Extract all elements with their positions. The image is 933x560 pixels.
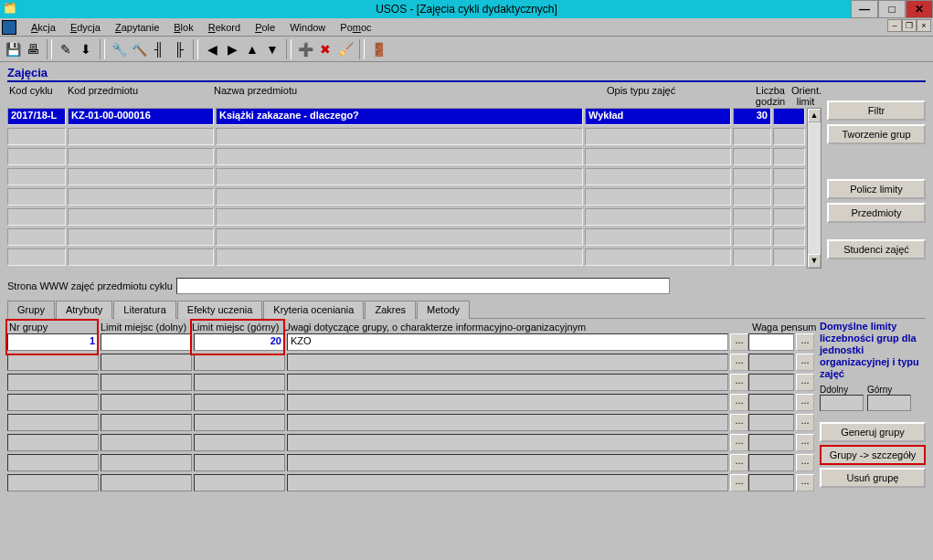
mdi-minimize-button[interactable]: –: [887, 19, 902, 32]
ellipsis-button[interactable]: ...: [730, 414, 748, 431]
ellipsis-button[interactable]: ...: [730, 333, 748, 351]
label-gorny: Górny: [867, 385, 911, 395]
tab-kryteria[interactable]: Kryteria oceniania: [263, 301, 364, 319]
tab-grupy[interactable]: Grupy: [7, 301, 55, 319]
ellipsis-button[interactable]: ...: [796, 354, 814, 371]
table-row[interactable]: [7, 168, 807, 185]
header-kod-cyklu: Kod cyklu: [7, 84, 66, 108]
nav-first-icon[interactable]: ◀: [203, 39, 221, 59]
tab-literatura[interactable]: Literatura: [113, 301, 175, 319]
chart-icon-2[interactable]: ╟: [170, 39, 188, 59]
table-row[interactable]: ......: [7, 454, 814, 471]
grupy-szczegoly-button[interactable]: Grupy -> szczegóły: [820, 445, 926, 465]
ellipsis-button[interactable]: ...: [796, 454, 814, 471]
menu-pomoc[interactable]: Pomoc: [333, 20, 378, 35]
ellipsis-button[interactable]: ...: [730, 434, 748, 451]
tool-icon-2[interactable]: 🔨: [130, 39, 148, 59]
cell-uwagi[interactable]: KZO: [287, 333, 728, 351]
ellipsis-button[interactable]: ...: [730, 454, 748, 471]
generuj-grupy-button[interactable]: Generuj grupy: [820, 422, 926, 442]
delete-icon[interactable]: ✖: [316, 39, 334, 59]
nav-down-icon[interactable]: ▼: [263, 39, 281, 59]
mdi-icon: [2, 20, 16, 35]
ellipsis-button[interactable]: ...: [796, 434, 814, 451]
table-row[interactable]: [7, 248, 807, 266]
save-icon[interactable]: 💾: [4, 39, 22, 59]
table-row[interactable]: ......: [7, 474, 814, 491]
scroll-up-icon[interactable]: ▲: [808, 109, 821, 122]
gorny-value: [867, 395, 911, 411]
menu-zapytanie[interactable]: Zapytanie: [108, 20, 166, 35]
tab-metody[interactable]: Metody: [417, 301, 470, 319]
table-row[interactable]: ......: [7, 394, 814, 411]
studenci-zajec-button[interactable]: Studenci zajęć: [827, 239, 926, 259]
edit-icon[interactable]: ✎: [57, 39, 75, 59]
cell-nazwa[interactable]: Książki zakazane - dlaczego?: [216, 108, 583, 125]
ellipsis-button[interactable]: ...: [796, 414, 814, 431]
exit-icon[interactable]: 🚪: [369, 39, 387, 59]
scroll-down-icon[interactable]: ▼: [808, 254, 821, 268]
ellipsis-button[interactable]: ...: [730, 374, 748, 391]
nav-up-icon[interactable]: ▲: [243, 39, 261, 59]
menu-akcja[interactable]: Akcja: [24, 20, 63, 35]
table-row[interactable]: ......: [7, 434, 814, 451]
cell-opis[interactable]: Wykład: [585, 108, 731, 125]
table-row[interactable]: [7, 208, 807, 226]
przedmioty-button[interactable]: Przedmioty: [827, 203, 926, 223]
ellipsis-button[interactable]: ...: [730, 474, 748, 491]
ellipsis-button[interactable]: ...: [796, 394, 814, 411]
cell-limit-gorny[interactable]: 20: [194, 333, 285, 351]
ellipsis-button[interactable]: ...: [796, 374, 814, 391]
cell-limit-dolny[interactable]: [101, 333, 192, 351]
cell-nr-grupy[interactable]: 1: [7, 333, 99, 351]
tab-zakres[interactable]: Zakres: [365, 301, 416, 319]
table-row[interactable]: ......: [7, 414, 814, 431]
down-arrow-icon[interactable]: ⬇: [77, 39, 95, 59]
nav-next-icon[interactable]: ▶: [223, 39, 241, 59]
tab-efekty[interactable]: Efekty uczenia: [177, 301, 263, 319]
menu-blok[interactable]: Blok: [166, 20, 200, 35]
table-row[interactable]: [7, 188, 807, 206]
table-row[interactable]: [7, 148, 807, 165]
table-row[interactable]: 1 20 KZO ... ...: [7, 333, 814, 351]
table-row[interactable]: ......: [7, 374, 814, 391]
scrollbar[interactable]: ▲ ▼: [807, 108, 822, 269]
menu-rekord[interactable]: Rekord: [201, 20, 248, 35]
ellipsis-button[interactable]: ...: [796, 474, 814, 491]
mdi-restore-button[interactable]: ❐: [902, 19, 917, 32]
cell-liczba[interactable]: 30: [733, 108, 771, 125]
table-row[interactable]: 2017/18-L KZ-01-00-000016 Książki zakaza…: [7, 108, 807, 125]
close-button[interactable]: ✕: [906, 0, 933, 18]
cell-kod-cyklu[interactable]: 2017/18-L: [7, 108, 66, 125]
maximize-button[interactable]: □: [878, 0, 906, 18]
policz-limity-button[interactable]: Policz limity: [827, 179, 926, 199]
print-icon[interactable]: 🖶: [24, 39, 42, 59]
menu-edycja[interactable]: Edycja: [63, 20, 108, 35]
section-title-zajecia: Zajęcia: [7, 66, 926, 82]
table-row[interactable]: [7, 128, 807, 145]
cell-orient[interactable]: [773, 108, 805, 125]
mdi-close-button[interactable]: ×: [917, 19, 931, 32]
tworzenie-grup-button[interactable]: Tworzenie grup: [827, 124, 926, 144]
minimize-button[interactable]: —: [851, 0, 878, 18]
cell-waga[interactable]: [748, 333, 794, 351]
add-icon[interactable]: ➕: [296, 39, 314, 59]
www-label: Strona WWW zajęć przedmiotu cyklu: [7, 280, 173, 291]
ellipsis-button[interactable]: ...: [730, 394, 748, 411]
menu-pole[interactable]: Pole: [248, 20, 282, 35]
filtr-button[interactable]: Filtr: [827, 100, 926, 121]
cell-kod-przedmiotu[interactable]: KZ-01-00-000016: [68, 108, 214, 125]
tool-icon-1[interactable]: 🔧: [110, 39, 128, 59]
chart-icon-1[interactable]: ╢: [150, 39, 168, 59]
usun-grupe-button[interactable]: Usuń grupę: [820, 468, 926, 488]
ellipsis-button[interactable]: ...: [730, 354, 748, 371]
header-kod-przedmiotu: Kod przedmiotu: [66, 84, 212, 108]
menu-window[interactable]: Window: [282, 20, 333, 35]
clear-icon[interactable]: 🧹: [336, 39, 355, 59]
table-row[interactable]: [7, 228, 807, 246]
tab-atrybuty[interactable]: Atrybuty: [56, 301, 112, 319]
www-input[interactable]: [176, 278, 670, 294]
header-nazwa: Nazwa przedmiotu: [212, 84, 605, 108]
ellipsis-button[interactable]: ...: [796, 333, 814, 351]
table-row[interactable]: ......: [7, 354, 814, 371]
